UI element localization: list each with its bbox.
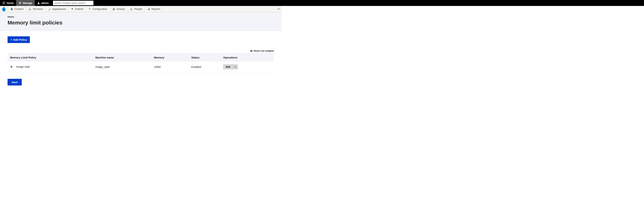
cell-policy: Image style xyxy=(16,65,30,68)
menu-groups[interactable]: Groups xyxy=(110,6,128,12)
home-link[interactable]: Home xyxy=(0,0,16,6)
menu-groups-label: Groups xyxy=(116,8,125,11)
appearance-icon xyxy=(48,8,51,11)
menu-people[interactable]: People xyxy=(128,6,145,12)
drupal-icon xyxy=(2,7,6,11)
svg-rect-2 xyxy=(30,8,30,9)
page-header: Home Memory limit policies xyxy=(0,12,282,31)
menu-structure[interactable]: Structure xyxy=(26,6,46,12)
svg-rect-10 xyxy=(148,9,148,10)
menu-configuration[interactable]: Configuration xyxy=(86,6,110,12)
menu-appearance[interactable]: Appearance xyxy=(46,6,69,12)
svg-point-9 xyxy=(132,8,132,9)
reports-icon xyxy=(147,8,150,11)
operations-dropdown-button[interactable] xyxy=(233,64,238,69)
svg-rect-4 xyxy=(30,10,31,10)
show-row-weights-label: Show row weights xyxy=(254,50,274,52)
manage-label: Manage xyxy=(23,2,32,5)
save-button[interactable]: Save xyxy=(8,79,22,85)
extend-icon xyxy=(71,8,74,11)
svg-rect-12 xyxy=(149,8,150,10)
collapse-icon xyxy=(278,8,280,10)
back-icon xyxy=(2,2,5,4)
svg-point-1 xyxy=(38,2,39,3)
manage-link[interactable]: Manage xyxy=(16,0,35,6)
cell-memory: 256M xyxy=(152,62,189,72)
svg-point-0 xyxy=(3,2,5,4)
breadcrumb-home[interactable]: Home xyxy=(8,16,14,18)
content-icon xyxy=(10,8,13,11)
eye-icon xyxy=(250,50,253,52)
menu-structure-label: Structure xyxy=(33,8,43,11)
menu-reports[interactable]: Reports xyxy=(145,6,163,12)
drag-handle[interactable] xyxy=(10,65,13,69)
toolbar-search-wrap xyxy=(51,0,95,6)
menu-reports-label: Reports xyxy=(152,8,160,11)
admin-menu: Content Structure Appearance Extend Conf… xyxy=(0,6,282,12)
menu-people-label: People xyxy=(134,8,142,11)
add-policy-label: Add Policy xyxy=(13,38,27,41)
menu-configuration-label: Configuration xyxy=(92,8,107,11)
table-row: Image style image_style 256M Enabled Edi… xyxy=(8,62,274,72)
collapse-toolbar-button[interactable] xyxy=(276,6,282,12)
cell-status: Enabled xyxy=(189,62,221,72)
people-icon xyxy=(130,8,133,11)
menu-content-label: Content xyxy=(14,8,23,11)
drupal-logo[interactable] xyxy=(0,6,8,12)
top-toolbar-left: Home Manage admin xyxy=(0,0,95,6)
th-operations: Operations xyxy=(221,54,274,62)
edit-button[interactable]: Edit xyxy=(223,64,233,69)
th-policy: Memory Limit Policy xyxy=(8,54,93,62)
menu-content[interactable]: Content xyxy=(8,6,26,12)
th-status: Status xyxy=(189,54,221,62)
chevron-down-icon xyxy=(234,66,236,68)
admin-menu-inner: Content Structure Appearance Extend Conf… xyxy=(0,6,163,12)
menu-extend[interactable]: Extend xyxy=(68,6,86,12)
user-link[interactable]: admin xyxy=(35,0,51,6)
groups-icon xyxy=(112,8,115,11)
policies-table: Memory Limit Policy Machine name Memory … xyxy=(8,53,274,72)
th-machine: Machine name xyxy=(93,54,152,62)
svg-point-13 xyxy=(251,51,252,51)
content: + Add Policy Show row weights Memory Lim… xyxy=(0,31,282,91)
page-title: Memory limit policies xyxy=(8,20,274,26)
user-label: admin xyxy=(41,2,49,5)
breadcrumb: Home xyxy=(8,16,274,18)
svg-point-8 xyxy=(131,8,132,9)
menu-appearance-label: Appearance xyxy=(52,8,66,11)
svg-rect-11 xyxy=(148,8,149,10)
add-policy-button[interactable]: + Add Policy xyxy=(8,36,30,43)
user-icon xyxy=(37,2,40,4)
save-row: Save xyxy=(8,79,274,85)
structure-icon xyxy=(28,8,31,11)
configuration-icon xyxy=(88,8,91,11)
plus-icon: + xyxy=(10,38,12,41)
show-row-weights-link[interactable]: Show row weights xyxy=(8,50,274,52)
cell-machine: image_style xyxy=(93,62,152,72)
home-label: Home xyxy=(7,2,14,5)
menu-extend-label: Extend xyxy=(75,8,83,11)
top-toolbar: Home Manage admin xyxy=(0,0,644,6)
toolbar-search-input[interactable] xyxy=(53,1,94,5)
operations-split-button: Edit xyxy=(223,64,238,69)
hamburger-icon xyxy=(19,2,22,4)
svg-rect-3 xyxy=(29,10,30,10)
th-memory: Memory xyxy=(152,54,189,62)
move-icon xyxy=(10,65,13,68)
